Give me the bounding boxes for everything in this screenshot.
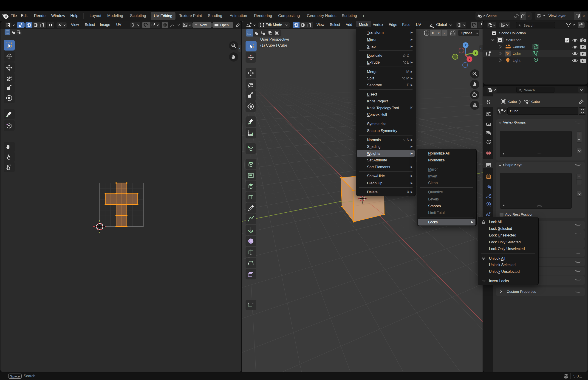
svg-text:Cube: Cube <box>531 100 540 104</box>
svg-text:X: X <box>468 57 471 61</box>
svg-text:Collection: Collection <box>506 38 521 42</box>
svg-text:Cube: Cube <box>508 100 517 104</box>
svg-text:Light: Light <box>513 58 520 62</box>
svg-text:Scene Collection: Scene Collection <box>499 31 526 35</box>
svg-text:Cube: Cube <box>513 52 521 56</box>
svg-text:Camera: Camera <box>513 45 526 49</box>
svg-text:Z: Z <box>465 43 467 47</box>
svg-text:Y: Y <box>474 51 477 55</box>
